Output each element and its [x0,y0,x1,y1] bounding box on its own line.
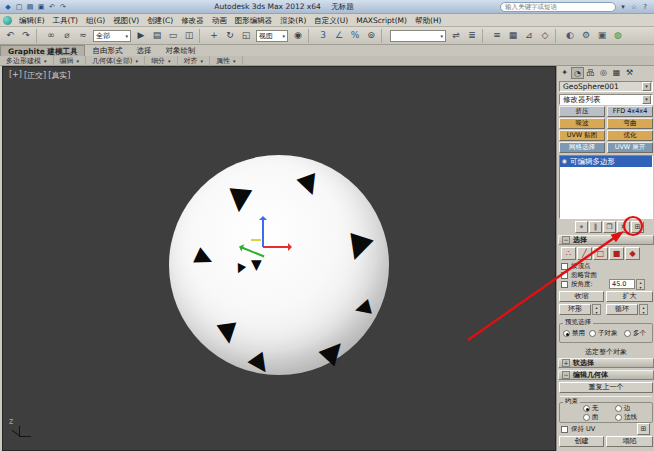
hierarchy-tab[interactable]: 品 [584,67,597,79]
redo-icon[interactable]: ↷ [19,28,34,43]
select-and-move-icon[interactable]: + [207,28,222,43]
ribbon-tab[interactable]: Graphite 建模工具 [0,45,85,56]
render-production-icon[interactable]: ◍ [611,28,626,43]
snap-toggle-3d-icon[interactable]: 3 [316,28,331,43]
graphite-ribbon-toggle-icon[interactable]: ▦ [506,28,521,43]
ribbon-panel-title[interactable]: 对齐▾ [178,56,211,66]
ribbon-panel-title[interactable]: 属性▾ [210,56,243,66]
modify-tab[interactable]: ◔ [571,67,584,79]
modifier-preset-button[interactable]: UVW 贴图 [559,130,605,141]
viewport[interactable]: [+] [正交] [真实] ▲▲▲▲▲▲▲▲▲▲ z [2,66,556,451]
constraint-radio[interactable]: 法线 [615,413,637,422]
preview-selection-radio[interactable]: 禁用 [563,329,585,338]
modifier-preset-button[interactable]: 弯曲 [607,118,653,129]
rendered-frame-icon[interactable]: ▣ [595,28,610,43]
select-and-scale-icon[interactable]: ◱ [239,28,254,43]
remove-modifier-button[interactable]: ✕ [617,221,630,233]
preview-selection-radio[interactable]: 多个 [624,329,646,338]
preserve-uv-checkbox[interactable] [561,426,568,433]
menu-item[interactable]: 帮助(H) [411,14,446,27]
collapse-button[interactable]: 塌陷 [606,436,653,447]
angle-spinner[interactable]: ▴▾ [636,279,645,290]
create-button[interactable]: 创建 [559,436,604,447]
ribbon-tab[interactable]: 自由形式 [85,45,129,56]
select-by-name-icon[interactable]: ▤ [150,28,165,43]
motion-tab[interactable]: ◎ [597,67,610,79]
visibility-bulb-icon[interactable] [562,159,567,164]
menu-item[interactable]: 修改器 [177,14,208,27]
new-scene-icon[interactable]: ▢ [14,2,24,12]
save-file-icon[interactable]: ▣ [36,2,46,12]
window-crossing-icon[interactable]: ◫ [182,28,197,43]
modifier-preset-button[interactable]: 噪波 [559,118,605,129]
utilities-tab[interactable]: ⚒ [623,67,636,79]
menu-item[interactable]: 动画 [208,14,231,27]
ribbon-tab[interactable]: 对象绘制 [158,45,202,56]
checkbox-icon[interactable] [561,272,568,279]
gizmo-z-axis[interactable] [262,219,264,247]
modifier-preset-button[interactable]: 优化 [607,130,653,141]
object-name-field[interactable]: GeoSphere001 ▾ [559,81,653,92]
ribbon-panel-title[interactable]: 多边形建模▾ [0,56,54,66]
select-object-icon[interactable]: ▶ [134,28,149,43]
configure-modifier-sets-button[interactable]: ⊞ [631,221,644,233]
element-mode-button[interactable]: ◆ [625,247,640,260]
viewport-pov-label[interactable]: [正交] [24,70,46,81]
help-icon[interactable]: ? [640,2,650,12]
infocenter-search-input[interactable] [500,2,616,12]
unlink-selection-icon[interactable]: ⌀ [60,28,75,43]
chevron-down-icon[interactable]: ▾ [642,82,651,91]
menu-item[interactable]: 组(G) [82,14,109,27]
ribbon-tab[interactable]: 选择 [129,45,158,56]
modifier-preset-button[interactable]: UVW 展开 [607,142,653,153]
named-selection-sets-dropdown[interactable]: ▾ [390,30,446,42]
preserve-uv-settings-button[interactable]: ⊞ [637,423,650,435]
checkbox-icon[interactable] [561,263,568,270]
reference-coordinate-dropdown[interactable]: 视图▾ [256,30,288,42]
material-editor-icon[interactable]: ◐ [563,28,578,43]
modifier-stack[interactable]: 可编辑多边形 [559,155,653,219]
ring-button[interactable]: 环形 [559,304,591,315]
bind-to-space-warp-icon[interactable]: ≈ [76,28,91,43]
menu-item[interactable]: 渲染(R) [276,14,310,27]
pin-stack-button[interactable]: ⌖ [575,221,588,233]
ribbon-panel-title[interactable]: 几何体(全部)▾ [86,56,145,66]
ribbon-panel-title[interactable]: 细分▾ [145,56,178,66]
open-file-icon[interactable]: ▤ [25,2,35,12]
viewport-menu-plus[interactable]: [+] [9,70,22,81]
selection-rollout-header[interactable]: − 选择 [558,235,654,245]
menu-item[interactable]: 编辑(E) [15,14,49,27]
search-scope-icon[interactable]: ▾ [618,2,628,12]
make-unique-button[interactable]: ❐ [603,221,616,233]
angle-value-field[interactable]: 45.0 [609,279,635,289]
shrink-button[interactable]: 收缩 [559,291,604,302]
soft-selection-rollout-header[interactable]: + 软选择 [558,358,654,368]
constraint-radio[interactable]: 面 [583,413,599,422]
menu-item[interactable]: 工具(T) [49,14,82,27]
ring-spinner[interactable]: ▴▾ [592,304,601,315]
modifier-list-dropdown[interactable]: 修改器列表 ▾ [559,94,653,105]
grow-button[interactable]: 扩大 [606,291,653,302]
application-button-icon[interactable] [3,16,12,25]
layer-manager-icon[interactable]: ≡ [490,28,505,43]
undo-quick-icon[interactable]: ↶ [47,2,57,12]
select-and-rotate-icon[interactable]: ↻ [223,28,238,43]
gizmo-plane-handle[interactable] [251,239,261,241]
border-mode-button[interactable]: □ [593,247,608,260]
mirror-icon[interactable]: ⇌ [449,28,464,43]
angle-snap-icon[interactable]: ∠ [332,28,347,43]
constraint-radio[interactable]: 无 [583,404,599,413]
viewport-shading-label[interactable]: [真实] [48,70,70,81]
loop-button[interactable]: 循环 [606,304,638,315]
align-icon[interactable]: ≣ [465,28,480,43]
menu-item[interactable]: 创建(C) [143,14,177,27]
modifier-preset-button[interactable]: FFD 4x4x4 [607,106,653,117]
create-tab[interactable]: ✦ [558,67,571,79]
display-tab[interactable]: ▦ [610,67,623,79]
rectangular-region-icon[interactable]: ▭ [166,28,181,43]
vertex-mode-button[interactable]: ∴ [561,247,576,260]
selection-filter-dropdown[interactable]: 全部▾ [93,30,131,42]
select-and-link-icon[interactable]: ∞ [44,28,59,43]
preview-selection-radio[interactable]: 子对象 [589,329,618,338]
menu-item[interactable]: 自定义(U) [310,14,352,27]
